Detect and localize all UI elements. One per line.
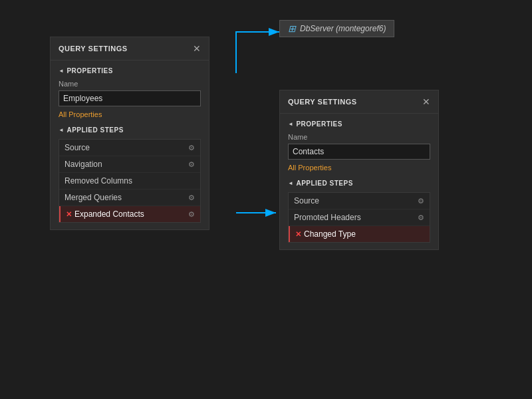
step-item[interactable]: ✕Expanded Contacts⚙: [59, 206, 200, 222]
panel-contacts-header: QUERY SETTINGS ✕: [280, 90, 438, 114]
step-left: Source: [65, 143, 90, 152]
applied-steps-section-contacts: ◄ APPLIED STEPS Source⚙Promoted Headers⚙…: [288, 180, 430, 243]
gear-icon[interactable]: ⚙: [418, 197, 424, 205]
panel-employees-close[interactable]: ✕: [193, 44, 201, 53]
panel-employees-body: ◄ PROPERTIES Name All Properties ◄ APPLI…: [51, 61, 209, 229]
applied-steps-arrow-icon-2: ◄: [288, 180, 293, 186]
name-label-2: Name: [288, 133, 430, 141]
applied-steps-label-2: APPLIED STEPS: [296, 180, 352, 187]
properties-arrow-icon: ◄: [59, 68, 64, 74]
gear-icon[interactable]: ⚙: [188, 160, 195, 169]
step-left: Removed Columns: [65, 176, 132, 186]
properties-label: PROPERTIES: [66, 67, 112, 74]
panel-employees-title: QUERY SETTINGS: [59, 45, 128, 53]
step-item[interactable]: ✕Changed Type: [289, 226, 430, 242]
name-input-employees[interactable]: [59, 90, 201, 106]
properties-section-header-2: ◄ PROPERTIES: [288, 120, 430, 128]
step-right: ⚙: [188, 160, 195, 169]
panel-contacts-close[interactable]: ✕: [422, 97, 430, 106]
properties-section-header: ◄ PROPERTIES: [59, 67, 201, 74]
panel-employees: QUERY SETTINGS ✕ ◄ PROPERTIES Name All P…: [50, 37, 209, 230]
step-item[interactable]: Merged Queries⚙: [59, 190, 200, 206]
db-server-bar: ⊞ DbServer (montegoref6): [279, 20, 394, 37]
gear-icon[interactable]: ⚙: [188, 194, 195, 202]
all-properties-link-contacts[interactable]: All Properties: [288, 164, 430, 172]
panel-contacts-body: ◄ PROPERTIES Name All Properties ◄ APPLI…: [280, 114, 438, 249]
all-properties-link-employees[interactable]: All Properties: [59, 110, 201, 118]
step-left: Source: [294, 196, 319, 205]
steps-list-employees: Source⚙Navigation⚙Removed ColumnsMerged …: [59, 139, 201, 223]
step-left: ✕Changed Type: [295, 229, 356, 239]
step-name: Expanded Contacts: [74, 209, 144, 219]
step-name: Promoted Headers: [294, 213, 361, 222]
step-right: ⚙: [188, 210, 195, 219]
gear-icon[interactable]: ⚙: [188, 210, 195, 219]
step-name: Source: [294, 196, 319, 205]
step-left: ✕Expanded Contacts: [66, 209, 144, 219]
step-left: Navigation: [65, 160, 102, 169]
step-item[interactable]: Source⚙: [289, 193, 430, 209]
name-input-contacts[interactable]: [288, 144, 430, 160]
step-left: Merged Queries: [65, 193, 122, 202]
step-right: ⚙: [418, 213, 424, 222]
step-name: Merged Queries: [65, 193, 122, 202]
step-right: ⚙: [418, 197, 424, 205]
error-x-icon: ✕: [295, 230, 301, 239]
step-left: Promoted Headers: [294, 213, 361, 222]
step-item[interactable]: Promoted Headers⚙: [289, 209, 430, 226]
step-name: Changed Type: [304, 229, 356, 239]
db-icon: ⊞: [288, 23, 296, 34]
panel-contacts-title: QUERY SETTINGS: [288, 98, 357, 106]
step-right: ⚙: [188, 194, 195, 202]
applied-steps-header: ◄ APPLIED STEPS: [59, 126, 201, 134]
name-label: Name: [59, 80, 201, 88]
gear-icon[interactable]: ⚙: [188, 144, 195, 152]
gear-icon[interactable]: ⚙: [418, 213, 424, 222]
step-item[interactable]: Navigation⚙: [59, 156, 200, 173]
step-right: ⚙: [188, 144, 195, 152]
applied-steps-header-2: ◄ APPLIED STEPS: [288, 180, 430, 187]
properties-label-2: PROPERTIES: [296, 120, 342, 128]
step-name: Navigation: [65, 160, 102, 169]
step-name: Source: [65, 143, 90, 152]
step-item[interactable]: Source⚙: [59, 140, 200, 156]
steps-list-contacts: Source⚙Promoted Headers⚙✕Changed Type: [288, 192, 430, 243]
step-name: Removed Columns: [65, 176, 132, 186]
panel-contacts: QUERY SETTINGS ✕ ◄ PROPERTIES Name All P…: [279, 90, 439, 250]
step-item[interactable]: Removed Columns: [59, 173, 200, 190]
applied-steps-arrow-icon: ◄: [59, 127, 64, 133]
panel-employees-header: QUERY SETTINGS ✕: [51, 37, 209, 61]
db-server-label: DbServer (montegoref6): [300, 24, 386, 33]
applied-steps-label: APPLIED STEPS: [66, 126, 123, 134]
error-x-icon: ✕: [66, 210, 72, 219]
applied-steps-section-employees: ◄ APPLIED STEPS Source⚙Navigation⚙Remove…: [59, 126, 201, 223]
properties-arrow-icon-2: ◄: [288, 121, 293, 127]
